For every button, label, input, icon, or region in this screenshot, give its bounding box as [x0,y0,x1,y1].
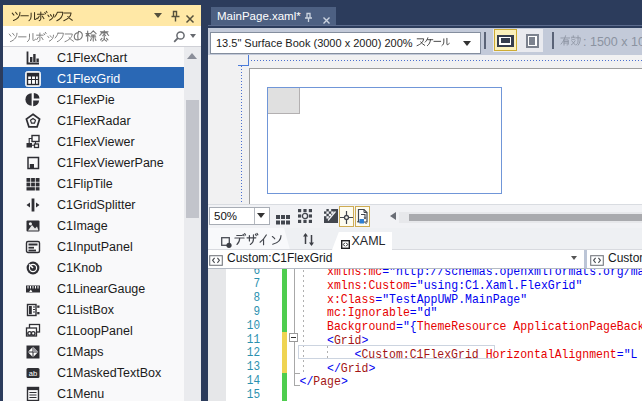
svg-text:ab: ab [29,369,37,378]
